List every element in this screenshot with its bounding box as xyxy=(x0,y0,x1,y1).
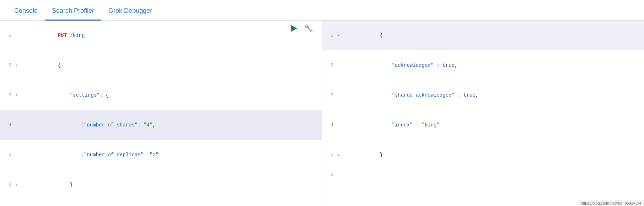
output-line-4: 4 "index" : "king" xyxy=(322,110,644,140)
settings-button[interactable]: 🔧 xyxy=(303,23,315,34)
line-num-1: 1 xyxy=(3,31,16,40)
editor-line-4: 4 "number_of_shards": "4", xyxy=(0,110,322,140)
output-line-2: 2 "acknowledged" : true, xyxy=(322,50,644,80)
gutter-1 xyxy=(16,31,22,40)
output-panel: 1 ▾ { 2 "acknowledged" : true, xyxy=(322,21,644,206)
editor-line-5: 5 "number_of_replicas": "2" xyxy=(0,140,322,170)
out-gutter-3 xyxy=(338,90,344,100)
tab-grok-debugger[interactable]: Grok Debugger xyxy=(101,7,159,21)
editor-line-7: 7 ▴ } xyxy=(0,200,322,206)
out-gutter-6 xyxy=(338,170,344,180)
status-bar: https://blog.csdn.net/rng_954243-4 xyxy=(578,200,644,206)
line-content-1: PUT /king xyxy=(22,21,319,50)
index-key: "index" xyxy=(392,122,413,128)
out-content-4: "index" : "king" xyxy=(344,110,641,140)
main-content: 🔧 1 PUT /king 2 ▾ { xyxy=(0,21,644,206)
out-gutter-1: ▾ xyxy=(338,31,344,40)
gutter-5 xyxy=(16,150,22,160)
output-line-5: 5 ▴ } xyxy=(322,140,644,170)
output-line-1: 1 ▾ { xyxy=(322,21,644,50)
editor-line-1: 1 PUT /king xyxy=(0,21,322,50)
line-content-7: } xyxy=(22,200,319,206)
line-content-4: "number_of_shards": "4", xyxy=(22,110,319,140)
line-num-6: 6 xyxy=(3,180,16,190)
tab-search-profiler[interactable]: Search Profiler xyxy=(45,7,101,21)
line-content-6: } xyxy=(22,170,319,200)
shards-ack-val: true xyxy=(463,92,476,98)
shards-key: "number_of_shards" xyxy=(84,122,138,128)
brace-open: { xyxy=(58,63,61,68)
shards-ack-key: "shards_acknowledged" xyxy=(392,92,454,98)
out-line-num-6: 6 xyxy=(325,170,338,180)
gutter-4 xyxy=(16,120,22,130)
line-content-3: "settings": { xyxy=(22,80,319,110)
gutter-3: ▾ xyxy=(16,90,22,100)
editor-line-2: 2 ▾ { xyxy=(0,50,322,80)
run-button[interactable] xyxy=(289,23,299,33)
line-content-2: { xyxy=(22,50,319,80)
replicas-value: "2" xyxy=(150,152,159,158)
output-code-area: 1 ▾ { 2 "acknowledged" : true, xyxy=(322,21,644,206)
out-line-num-2: 2 xyxy=(325,60,338,70)
tab-console[interactable]: Console xyxy=(7,7,45,21)
play-icon xyxy=(291,25,297,32)
gutter-6: ▴ xyxy=(16,180,22,190)
line-content-5: "number_of_replicas": "2" xyxy=(22,140,319,170)
shards-value: "4" xyxy=(144,122,152,128)
acknowledged-val: true xyxy=(442,63,455,68)
out-content-3: "shards_acknowledged" : true, xyxy=(344,80,641,110)
out-content-2: "acknowledged" : true, xyxy=(344,50,641,80)
path-value: /king xyxy=(70,33,85,38)
status-url: https://blog.csdn.net/rng_954243-4 xyxy=(581,201,641,205)
out-line-num-3: 3 xyxy=(325,90,338,100)
gutter-2: ▾ xyxy=(16,60,22,70)
output-line-3: 3 "shards_acknowledged" : true, xyxy=(322,80,644,110)
editor-code-area[interactable]: 1 PUT /king 2 ▾ { 3 ▾ xyxy=(0,21,322,206)
line-num-4: 4 xyxy=(3,120,16,130)
out-content-5: } xyxy=(344,140,641,170)
editor-line-6: 6 ▴ } xyxy=(0,170,322,200)
out-line-num-5: 5 xyxy=(325,150,338,160)
wrench-icon: 🔧 xyxy=(304,24,313,33)
app-container: Console Search Profiler Grok Debugger 🔧 … xyxy=(0,0,644,206)
acknowledged-key: "acknowledged" xyxy=(392,63,434,68)
line-num-3: 3 xyxy=(3,90,16,100)
out-line-num-1: 1 xyxy=(325,31,338,40)
replicas-key: "number_of_replicas" xyxy=(84,152,144,158)
line-num-2: 2 xyxy=(3,60,16,70)
settings-key: "settings" xyxy=(70,92,100,98)
line-num-5: 5 xyxy=(3,150,16,160)
out-content-1: { xyxy=(344,21,641,50)
tab-bar: Console Search Profiler Grok Debugger xyxy=(0,0,644,21)
output-line-6: 6 xyxy=(322,170,644,180)
method-keyword: PUT xyxy=(58,33,70,38)
out-gutter-4 xyxy=(338,120,344,130)
out-line-num-4: 4 xyxy=(325,120,338,130)
out-gutter-2 xyxy=(338,60,344,70)
index-val: "king" xyxy=(422,122,439,128)
editor-panel: 🔧 1 PUT /king 2 ▾ { xyxy=(0,21,322,206)
editor-line-3: 3 ▾ "settings": { xyxy=(0,80,322,110)
out-gutter-5: ▴ xyxy=(338,150,344,160)
editor-toolbar: 🔧 xyxy=(289,23,315,34)
